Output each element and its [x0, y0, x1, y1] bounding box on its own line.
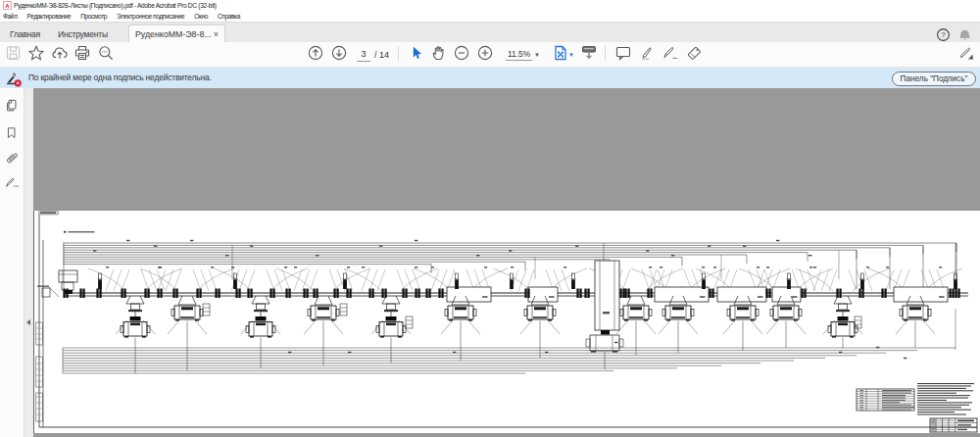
svg-text:na: na [16, 184, 20, 188]
svg-text:A: A [5, 2, 10, 9]
svg-text:?: ? [941, 30, 946, 39]
